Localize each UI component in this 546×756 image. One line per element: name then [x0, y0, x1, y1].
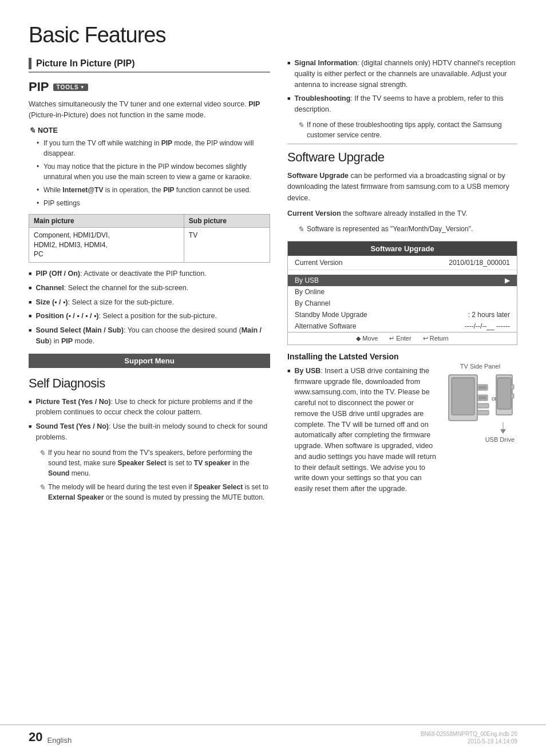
main-content: Picture In Picture (PIP) PIP TOOLS Watch… [29, 58, 517, 506]
note-icon-2: ✎ [39, 482, 45, 493]
note-icon-1: ✎ [39, 448, 45, 459]
tv-panel-area: TV Side Panel [443, 363, 517, 443]
note-icon: ✎ [29, 126, 35, 136]
right-bullet-list: Signal Information: (digital channels on… [287, 58, 517, 115]
table-row: Component, HDMI1/DVI,HDMI2, HDMI3, HDMI4… [29, 227, 270, 262]
menu-alternative-software[interactable]: Alternative Software ----/--/--__ ------ [288, 320, 517, 332]
pip-table-sub: TV [184, 227, 270, 262]
menu-by-usb[interactable]: By USB ▶ [288, 275, 517, 286]
menu-by-channel[interactable]: By Channel [288, 298, 517, 309]
svg-rect-7 [477, 410, 489, 415]
tools-badge: TOOLS [53, 84, 88, 91]
menu-by-online[interactable]: By Online [288, 286, 517, 298]
pip-table-header-main: Main picture [29, 214, 184, 227]
note-icon-4: ✎ [298, 224, 304, 235]
software-upgrade-description: Software Upgrade can be performed via a … [287, 171, 517, 204]
footer-right: BN68-02558MNPRTQ_00Eng.indb 20 2010-5-19… [421, 731, 517, 745]
sound-test-note-1: ✎ If you hear no sound from the TV's spe… [39, 448, 270, 478]
pip-table-header-sub: Sub picture [184, 214, 270, 227]
bullet-sound-test: Sound Test (Yes / No): Use the built-in … [29, 421, 270, 443]
footer-return: ↩ Return [423, 335, 449, 342]
bullet-troubleshooting: Troubleshooting: If the TV seems to have… [287, 93, 517, 115]
svg-rect-11 [511, 385, 514, 389]
software-upgrade-box: Software Upgrade Current Version 2010/01… [287, 241, 517, 345]
pip-bullet-list: PIP (Off / On): Activate or deactivate t… [29, 268, 270, 347]
pip-section-title: Picture In Picture (PIP) [36, 58, 134, 69]
bullet-size: Size (▪ / ▪): Select a size for the sub-… [29, 297, 270, 308]
tv-svg-wrap: or USB Drive [443, 372, 517, 443]
page-number: 20 [29, 730, 42, 745]
right-column: Signal Information: (digital channels on… [287, 58, 517, 506]
svg-rect-10 [497, 378, 511, 409]
note-item-4: PIP settings [35, 198, 270, 208]
by-usb-section: TV Side Panel [287, 366, 517, 494]
svg-rect-3 [478, 386, 486, 389]
note-icon-3: ✎ [298, 120, 304, 131]
self-diagnosis-list: Picture Test (Yes / No): Use to check fo… [29, 397, 270, 443]
support-menu-bar: Support Menu [29, 354, 270, 368]
svg-rect-6 [477, 403, 489, 408]
pip-label: PIP [29, 80, 49, 94]
bullet-position: Position (▪ / ▪ / ▪ / ▪): Select a posit… [29, 311, 270, 322]
section-divider [287, 144, 517, 144]
page-language: English [47, 736, 72, 745]
software-upgrade-heading: Software Upgrade [287, 150, 517, 165]
software-box-footer: ◆ Move ↵ Enter ↩ Return [288, 332, 517, 345]
current-version-label: Current Version [295, 259, 342, 267]
svg-rect-12 [511, 394, 514, 398]
troubleshooting-note: ✎ If none of these troubleshooting tips … [298, 120, 517, 140]
note-item-2: You may notice that the picture in the P… [35, 161, 270, 182]
menu-standby-mode[interactable]: Standby Mode Upgrade : 2 hours later [288, 309, 517, 320]
current-version-text: Current Version the software already ins… [287, 208, 517, 219]
bullet-signal-info: Signal Information: (digital channels on… [287, 58, 517, 90]
pip-section-header: Picture In Picture (PIP) [29, 58, 270, 73]
tv-panel-svg: or [446, 372, 515, 435]
self-diagnosis-heading: Self Diagnosis [29, 376, 270, 391]
note-items: If you turn the TV off while watching in… [29, 138, 270, 208]
software-box-title: Software Upgrade [288, 242, 517, 256]
installing-header: Installing the Latsted Version [287, 352, 517, 361]
software-note: ✎ Software is represented as "Year/Month… [298, 224, 517, 235]
footer-enter: ↵ Enter [389, 335, 411, 342]
svg-marker-14 [500, 429, 506, 434]
bullet-by-usb: By USB: Insert a USB drive containing th… [287, 366, 437, 494]
page: Basic Features Picture In Picture (PIP) … [0, 0, 546, 756]
current-version-value: 2010/01/18_000001 [449, 259, 510, 267]
bullet-channel: Channel: Select the channel for the sub-… [29, 283, 270, 294]
pip-heading: PIP TOOLS [29, 80, 270, 94]
page-footer: 20 English BN68-02558MNPRTQ_00Eng.indb 2… [0, 725, 546, 745]
note-label: NOTE [38, 126, 58, 134]
svg-rect-1 [452, 378, 474, 415]
bullet-pip-off-on: PIP (Off / On): Activate or deactivate t… [29, 268, 270, 279]
sound-test-note-2: ✎ The melody will be heard during the te… [39, 482, 270, 502]
note-section: ✎ NOTE If you turn the TV off while watc… [29, 126, 270, 208]
page-title: Basic Features [29, 23, 517, 48]
pip-table-main: Component, HDMI1/DVI,HDMI2, HDMI3, HDMI4… [29, 227, 184, 262]
software-box-version-row: Current Version 2010/01/18_000001 [288, 256, 517, 270]
note-header: ✎ NOTE [29, 126, 270, 136]
pip-description: Watches simultaneously the TV tuner and … [29, 99, 270, 121]
note-item-3: While Internet@TV is in operation, the P… [35, 185, 270, 195]
section-bar [29, 58, 31, 69]
footer-file: BN68-02558MNPRTQ_00Eng.indb 20 [421, 731, 517, 737]
left-column: Picture In Picture (PIP) PIP TOOLS Watch… [29, 58, 270, 506]
footer-move: ◆ Move [356, 335, 378, 342]
tv-side-panel-label: TV Side Panel [443, 363, 517, 370]
usb-drive-label: USB Drive [446, 436, 515, 443]
bullet-sound-select: Sound Select (Main / Sub): You can choos… [29, 325, 270, 347]
pip-table: Main picture Sub picture Component, HDMI… [29, 214, 270, 263]
svg-rect-5 [478, 396, 486, 399]
note-item-1: If you turn the TV off while watching in… [35, 138, 270, 159]
bullet-picture-test: Picture Test (Yes / No): Use to check fo… [29, 397, 270, 418]
footer-date: 2010-5-19 14:14:09 [468, 738, 517, 745]
